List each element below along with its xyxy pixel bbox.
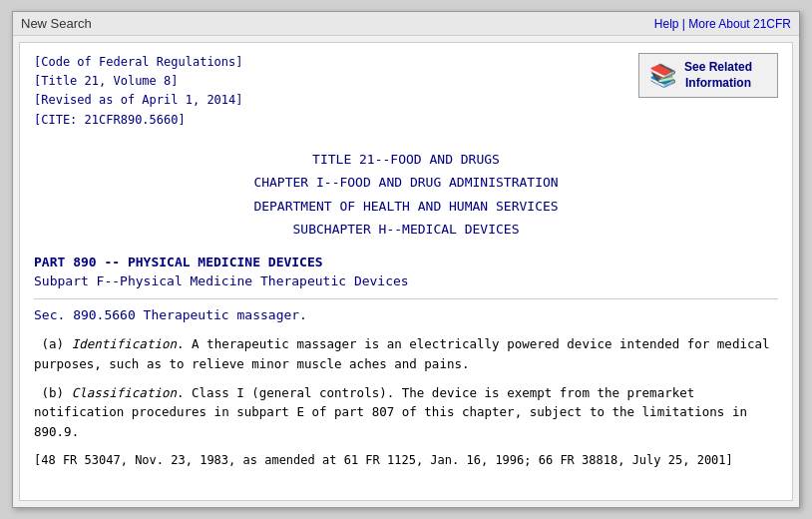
title-line4: SUBCHAPTER H--MEDICAL DEVICES [34,218,778,241]
metadata-line1: [Code of Federal Regulations] [34,53,243,72]
related-label-line1: See Related [684,60,752,74]
title-line3: DEPARTMENT OF HEALTH AND HUMAN SERVICES [34,195,778,218]
main-window: New Search Help | More About 21CFR [Code… [12,11,800,508]
see-related-button[interactable]: 📚 See Related Information [638,53,778,98]
paragraph-b: (b) Classification. Class I (general con… [34,383,778,441]
title-block: TITLE 21--FOOD AND DRUGS CHAPTER I--FOOD… [34,148,778,242]
titlebar: New Search Help | More About 21CFR [13,12,799,36]
top-section: [Code of Federal Regulations] [Title 21,… [34,53,778,130]
part-heading: PART 890 -- PHYSICAL MEDICINE DEVICES [34,255,778,269]
divider [34,298,778,299]
book-icon: 📚 [649,63,676,89]
window-title: New Search [21,16,92,31]
title-line1: TITLE 21--FOOD AND DRUGS [34,148,778,171]
subpart-heading: Subpart F--Physical Medicine Therapeutic… [34,273,778,288]
metadata-block: [Code of Federal Regulations] [Title 21,… [34,53,243,130]
metadata-line2: [Title 21, Volume 8] [34,72,243,91]
title-line2: CHAPTER I--FOOD AND DRUG ADMINISTRATION [34,171,778,194]
related-button-label: See Related Information [684,60,752,91]
more-about-link[interactable]: More About 21CFR [688,17,791,31]
citation: [48 FR 53047, Nov. 23, 1983, as amended … [34,451,778,469]
metadata-line3: [Revised as of April 1, 2014] [34,91,243,110]
help-link[interactable]: Help [654,17,679,31]
section-heading: Sec. 890.5660 Therapeutic massager. [34,307,778,322]
metadata-line4: [CITE: 21CFR890.5660] [34,111,243,130]
related-label-line2: Information [685,76,751,90]
paragraph-a: (a) Identification. A therapeutic massag… [34,334,778,373]
header-links: Help | More About 21CFR [654,17,791,31]
content-area: [Code of Federal Regulations] [Title 21,… [19,42,793,501]
